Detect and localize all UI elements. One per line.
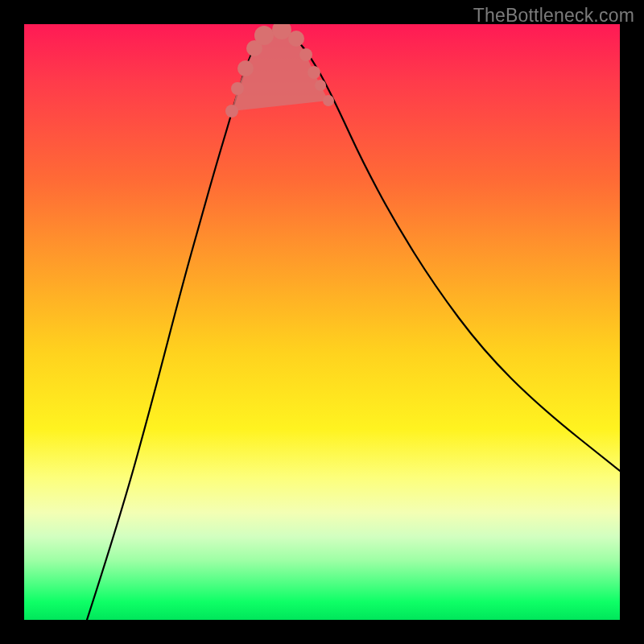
- marker-point: [288, 31, 304, 47]
- marker-point: [315, 80, 326, 91]
- marker-cluster-pill: [232, 30, 328, 111]
- marker-point: [231, 82, 244, 95]
- marker-group: [225, 24, 334, 118]
- marker-point: [225, 105, 238, 118]
- marker-point: [237, 60, 254, 76]
- marker-point: [308, 66, 320, 79]
- watermark-text: TheBottleneck.com: [473, 5, 634, 27]
- right-curve: [282, 28, 620, 471]
- plot-area: [24, 24, 620, 620]
- curve-layer: [24, 24, 620, 620]
- marker-point: [246, 40, 262, 56]
- chart-frame: TheBottleneck.com: [0, 0, 644, 644]
- marker-point: [299, 48, 312, 61]
- left-curve: [87, 28, 282, 620]
- marker-point: [323, 95, 334, 106]
- marker-point: [272, 24, 291, 39]
- marker-point: [254, 26, 274, 45]
